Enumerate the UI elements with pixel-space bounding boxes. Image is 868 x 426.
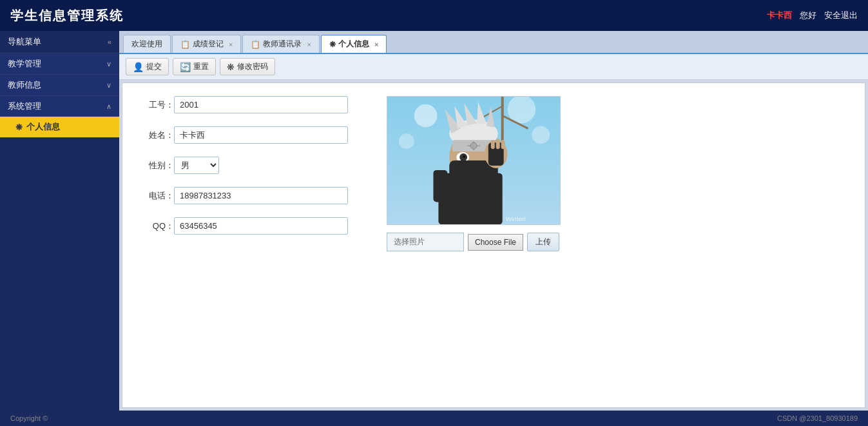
svg-rect-27 [491,140,495,149]
tab-teachers-close[interactable]: × [307,41,311,48]
form-row-name: 姓名： [142,126,348,144]
form-row-qq: QQ： [142,217,348,235]
reset-label: 重置 [193,61,209,72]
employee-id-label: 工号： [142,99,174,111]
sidebar-group-teaching-label: 教学管理 [8,58,41,70]
sidebar-group-system-label: 系统管理 [8,101,41,112]
gender-select[interactable]: 男 女 [174,157,219,174]
photo-area: Winterl 选择照片 Choose File 上传 [387,96,561,251]
change-password-button[interactable]: ❋ 修改密码 [220,58,275,75]
form-area: 工号： 姓名： 性别： 男 女 [122,82,865,408]
submit-label: 提交 [146,61,162,72]
star-icon: ❋ [15,122,23,132]
tab-welcome[interactable]: 欢迎使用 [123,35,171,53]
photo-preview: Winterl [387,96,561,225]
sidebar-header: 导航菜单 « [0,31,119,53]
svg-point-1 [414,104,438,128]
chevron-down-icon-2: ∨ [106,81,111,90]
sidebar-group-teaching: 教学管理 ∨ [0,53,119,75]
chevron-up-icon: ∧ [106,102,111,111]
employee-id-input[interactable] [174,96,348,113]
teachers-icon: 📋 [251,40,260,49]
svg-point-23 [463,155,465,158]
password-icon: ❋ [227,62,235,72]
svg-rect-28 [496,139,500,149]
personal-tab-icon: ❋ [329,40,336,49]
qq-input[interactable] [174,217,348,235]
svg-point-4 [399,133,414,149]
avatar-image: Winterl [387,96,560,225]
tab-personal-close[interactable]: × [374,41,378,48]
photo-upload-row: 选择照片 Choose File 上传 [387,233,559,251]
tab-grades[interactable]: 📋 成绩登记 × [172,35,241,53]
header: 学生信息管理系统 卡卡西 您好 安全退出 [0,0,868,31]
svg-text:Winterl: Winterl [506,215,526,222]
reset-button[interactable]: 🔄 重置 [173,58,216,75]
tab-teachers-label: 教师通讯录 [263,39,302,50]
grades-icon: 📋 [180,40,190,49]
choose-file-button[interactable]: Choose File [468,234,523,251]
phone-label: 电话： [142,190,174,202]
tab-personal-label: 个人信息 [338,39,369,50]
phone-input[interactable] [174,187,348,204]
name-label: 姓名： [142,130,174,141]
toolbar: 👤 提交 🔄 重置 ❋ 修改密码 [119,54,868,80]
svg-point-3 [532,126,550,144]
copyright-text: Copyright © [10,414,48,422]
form-fields: 工号： 姓名： 性别： 男 女 [142,96,348,251]
change-password-label: 修改密码 [237,61,268,72]
upload-button[interactable]: 上传 [527,233,559,251]
tab-grades-label: 成绩登记 [193,39,224,50]
tab-grades-close[interactable]: × [229,41,233,48]
reset-icon: 🔄 [180,62,191,72]
watermark-text: CSDN @2301_80930189 [777,414,858,422]
gender-label: 性别： [142,160,174,171]
tab-teachers[interactable]: 📋 教师通讯录 × [242,35,319,53]
username-display: 卡卡西 [767,10,792,21]
qq-label: QQ： [142,220,174,232]
sidebar-item-personal-info[interactable]: ❋ 个人信息 [0,117,119,137]
footer: Copyright © CSDN @2301_80930189 [0,411,868,426]
sidebar-title: 导航菜单 [8,36,41,48]
tabs-bar: 欢迎使用 📋 成绩登记 × 📋 教师通讯录 × ❋ 个人信息 × [119,31,868,54]
sidebar-group-system-title[interactable]: 系统管理 ∧ [0,96,119,117]
tab-welcome-label: 欢迎使用 [131,39,162,50]
form-row-employee-id: 工号： [142,96,348,113]
greeting-text: 您好 [800,10,816,21]
form-content: 工号： 姓名： 性别： 男 女 [142,96,845,251]
form-row-phone: 电话： [142,187,348,204]
sidebar: 导航菜单 « 教学管理 ∨ 教师信息 ∨ 系统管理 ∧ ❋ 个人信 [0,31,119,411]
header-right: 卡卡西 您好 安全退出 [767,10,858,21]
main-layout: 导航菜单 « 教学管理 ∨ 教师信息 ∨ 系统管理 ∧ ❋ 个人信 [0,31,868,411]
svg-point-2 [508,96,536,123]
chevron-down-icon: ∨ [106,60,111,68]
app-title: 学生信息管理系统 [10,7,124,24]
sidebar-group-teacher-label: 教师信息 [8,79,41,91]
sidebar-collapse-icon[interactable]: « [108,38,111,46]
svg-rect-29 [501,140,505,149]
svg-point-20 [470,142,477,149]
photo-label-text: 选择照片 [387,233,464,251]
sidebar-group-teacher: 教师信息 ∨ [0,75,119,96]
sidebar-group-system: 系统管理 ∧ ❋ 个人信息 [0,96,119,138]
tab-personal[interactable]: ❋ 个人信息 × [321,35,387,53]
logout-button[interactable]: 安全退出 [824,10,858,21]
sidebar-group-teaching-title[interactable]: 教学管理 ∨ [0,53,119,74]
svg-rect-30 [433,170,447,202]
submit-icon: 👤 [133,62,144,72]
content-area: 欢迎使用 📋 成绩登记 × 📋 教师通讯录 × ❋ 个人信息 × 👤 提交 [119,31,868,411]
submit-button[interactable]: 👤 提交 [126,58,169,75]
form-row-gender: 性别： 男 女 [142,157,348,174]
name-input[interactable] [174,126,348,144]
sidebar-item-personal-label: 个人信息 [26,121,60,133]
sidebar-group-teacher-title[interactable]: 教师信息 ∨ [0,75,119,95]
